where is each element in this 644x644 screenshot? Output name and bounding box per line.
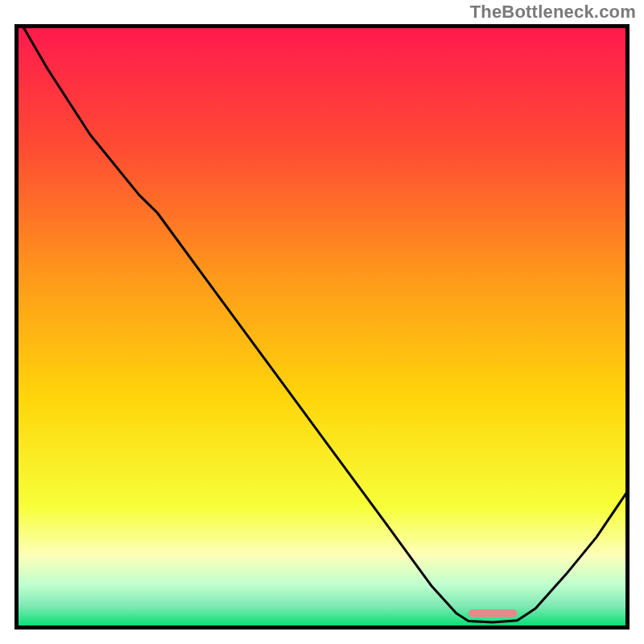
optimal-range-pill (469, 609, 518, 617)
gradient-fill (17, 27, 627, 627)
chart-svg (14, 24, 630, 630)
chart-container: TheBottleneck.com (0, 0, 644, 644)
plot-frame (14, 24, 630, 630)
watermark-label: TheBottleneck.com (470, 2, 636, 23)
